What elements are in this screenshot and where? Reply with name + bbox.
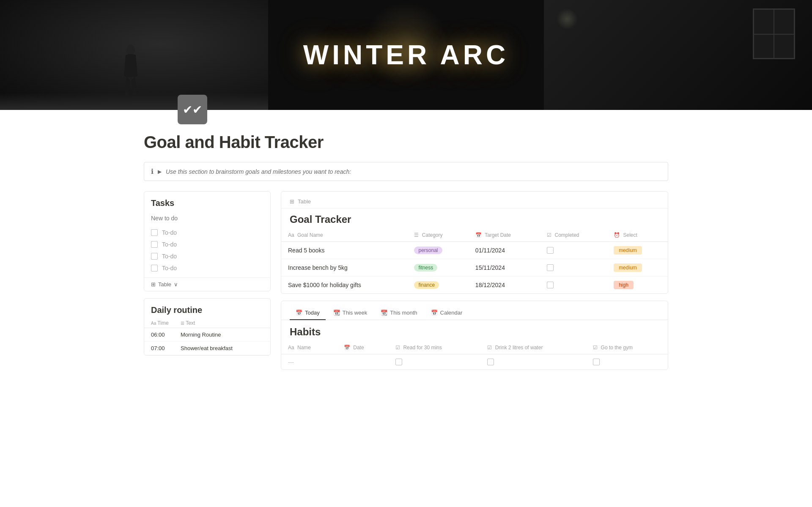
habits-water-icon: ☑ (487, 345, 492, 351)
todo-item-2: To-do (144, 238, 270, 250)
habits-title: Habits (281, 320, 668, 341)
daily-routine-title: Daily routine (144, 299, 270, 318)
gt-priority-badge-3: high (614, 281, 634, 289)
hero-center-image: WINTER ARC (268, 0, 544, 110)
todo-item-1: To-do (144, 227, 270, 238)
gt-col-target-date: 📅 Target Date (469, 229, 540, 242)
tasks-panel: Tasks To-do To-do To-do (144, 191, 271, 291)
routine-text-2: Shower/eat breakfast (181, 345, 263, 351)
callout-expand-arrow[interactable]: ▶ (158, 169, 162, 175)
gt-category-1: personal (407, 242, 468, 259)
habits-box: 📅 Today 📆 This week 📆 This month 📅 Calen… (281, 301, 668, 370)
goal-tracker-table-label: Table (298, 198, 311, 205)
habits-date-icon: 📅 (344, 345, 350, 351)
habits-col-date: 📅 Date (337, 341, 389, 354)
gt-completed-3 (540, 277, 607, 294)
this-week-tab-label: This week (343, 310, 368, 316)
habits-tab-today[interactable]: 📅 Today (290, 306, 326, 320)
goal-tracker-header: ⊞ Table (281, 192, 668, 208)
hero-title: WINTER ARC (303, 39, 509, 71)
gt-table-header-row: Aa Goal Name ☰ Category 📅 Target Date (281, 229, 668, 242)
goal-tracker-box: ⊞ Table Goal Tracker Aa Goal Name ☰ (281, 191, 668, 294)
completed-col-icon: ☑ (547, 232, 551, 238)
gt-checkbox-2[interactable] (547, 264, 554, 271)
gt-date-3: 18/12/2024 (469, 277, 540, 294)
gt-priority-3: high (607, 277, 668, 294)
goal-tracker-title: Goal Tracker (281, 208, 668, 229)
gt-col-goal-name: Aa Goal Name (281, 229, 407, 242)
habits-read-checkbox[interactable] (395, 359, 402, 365)
select-col-icon: ⏰ (614, 232, 620, 238)
todo-label-3: To-do (162, 253, 177, 260)
habits-read-icon: ☑ (395, 345, 400, 351)
todo-checkbox-1[interactable] (151, 229, 158, 236)
habits-tab-this-month[interactable]: 📆 This month (375, 306, 423, 320)
habits-header-row: Aa Name 📅 Date ☑ Read for 30 mins (281, 341, 668, 354)
gt-goal-name-2: Increase bench by 5kg (281, 259, 407, 277)
gt-category-tag-1: personal (414, 247, 442, 254)
category-col-icon: ☰ (414, 232, 419, 238)
todo-label-1: To-do (162, 229, 177, 236)
gt-priority-badge-1: medium (614, 246, 642, 255)
todo-label-2: To-do (162, 241, 177, 248)
calendar-tab-icon: 📅 (431, 310, 438, 316)
gt-completed-2 (540, 259, 607, 277)
routine-row-1: 06:00 Morning Routine (144, 328, 270, 342)
habits-tab-calendar[interactable]: 📅 Calendar (425, 306, 469, 320)
gt-row-2: Increase bench by 5kg fitness 15/11/2024… (281, 259, 668, 277)
habits-col-gym: ☑ Go to the gym (586, 341, 668, 354)
habits-gym-checkbox[interactable] (593, 359, 600, 365)
tasks-panel-header: Tasks (144, 192, 270, 227)
page-icon-symbol: ✔✔ (183, 103, 202, 117)
table-toggle-label: Table (158, 281, 171, 288)
hero-window (753, 8, 795, 59)
page-icon: ✔✔ (178, 95, 207, 124)
gt-goal-name-3: Save $1000 for holiday gifts (281, 277, 407, 294)
habits-tab-this-week[interactable]: 📆 This week (327, 306, 373, 320)
hero-left-image (0, 0, 268, 110)
text-col-icon: ☰ (181, 321, 184, 326)
gt-priority-2: medium (607, 259, 668, 277)
routine-row-2: 07:00 Shower/eat breakfast (144, 342, 270, 355)
page-title: Goal and Habit Tracker (144, 133, 668, 152)
habits-tabs: 📅 Today 📆 This week 📆 This month 📅 Calen… (281, 301, 668, 320)
habits-gym-empty (586, 354, 668, 370)
gt-date-2: 15/11/2024 (469, 259, 540, 277)
habits-gym-icon: ☑ (593, 345, 598, 351)
gt-date-1: 01/11/2024 (469, 242, 540, 259)
habits-date-empty (337, 354, 389, 370)
todo-checkbox-2[interactable] (151, 241, 158, 248)
gt-category-3: finance (407, 277, 468, 294)
svg-point-0 (126, 45, 135, 55)
callout-text: Use this section to brainstorm goals and… (166, 168, 351, 175)
habits-name-empty: — (281, 354, 337, 370)
todo-checkbox-3[interactable] (151, 253, 158, 260)
callout-box[interactable]: ℹ ▶ Use this section to brainstorm goals… (144, 162, 668, 181)
new-todo-input[interactable] (151, 213, 263, 223)
routine-time-header: Aa Time (151, 320, 181, 326)
right-panel: ⊞ Table Goal Tracker Aa Goal Name ☰ (281, 191, 668, 370)
goal-tracker-table-icon: ⊞ (290, 198, 294, 205)
habits-water-checkbox[interactable] (487, 359, 494, 365)
table-toggle[interactable]: ⊞ Table ∨ (144, 277, 270, 291)
goal-tracker-table: Aa Goal Name ☰ Category 📅 Target Date (281, 229, 668, 293)
hero-banner: WINTER ARC (0, 0, 812, 110)
today-tab-icon: 📅 (296, 310, 302, 316)
gt-checkbox-1[interactable] (547, 247, 554, 254)
table-toggle-chevron: ∨ (174, 281, 178, 288)
todo-list: To-do To-do To-do To-do (144, 227, 270, 274)
routine-time-1: 06:00 (151, 332, 181, 338)
left-panel: Tasks To-do To-do To-do (144, 191, 271, 362)
this-month-tab-icon: 📆 (381, 310, 387, 316)
gt-col-category: ☰ Category (407, 229, 468, 242)
habits-read-empty (389, 354, 480, 370)
habits-col-read-30: ☑ Read for 30 mins (389, 341, 480, 354)
gt-priority-badge-2: medium (614, 263, 642, 272)
gt-row-1: Read 5 books personal 01/11/2024 medium (281, 242, 668, 259)
habits-col-name: Aa Name (281, 341, 337, 354)
gt-priority-1: medium (607, 242, 668, 259)
gt-checkbox-3[interactable] (547, 282, 554, 288)
habits-row-empty: — (281, 354, 668, 370)
gt-category-tag-3: finance (414, 281, 439, 289)
todo-checkbox-4[interactable] (151, 265, 158, 271)
